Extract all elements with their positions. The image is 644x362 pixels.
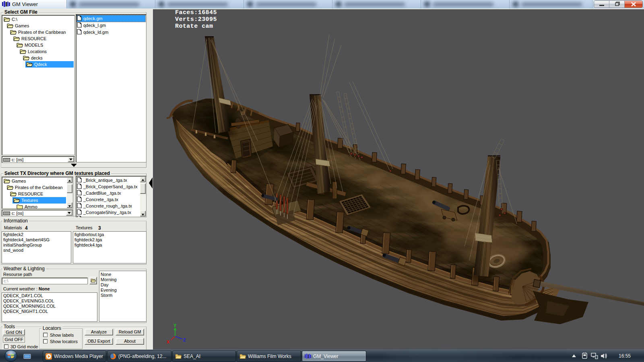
svg-text:X: X: [167, 339, 170, 344]
svg-text:Y: Y: [173, 323, 177, 328]
svg-text:Z: Z: [183, 337, 186, 342]
